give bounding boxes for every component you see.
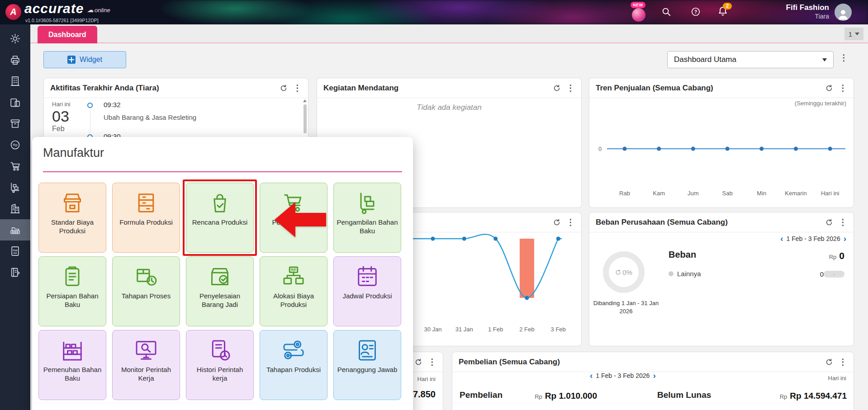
refresh-icon[interactable]	[415, 358, 422, 366]
tile-tahapan-proses[interactable]: Tahapan Proses	[112, 256, 180, 326]
sidebar-item-inventory[interactable]	[0, 113, 30, 134]
market-stall-icon	[60, 189, 85, 217]
brand-suffix: ☁online	[87, 6, 110, 14]
sidebar-item-cash[interactable]: Rp	[0, 134, 30, 156]
metric-amount: 0	[839, 250, 844, 261]
tile-pemenuhan-bahan-baku[interactable]: Pemenuhan Bahan Baku	[38, 330, 106, 400]
kebab-menu-icon[interactable]: ⋮	[839, 218, 847, 226]
kebab-menu-icon[interactable]: ⋮	[428, 358, 436, 366]
sidebar-item-ledger[interactable]	[0, 262, 30, 283]
tile-persiapan-bahan-baku[interactable]: Persiapan Bahan Baku	[38, 256, 106, 326]
kebab-menu-icon[interactable]: ⋮	[566, 218, 575, 226]
refresh-icon[interactable]	[553, 219, 560, 226]
sidebar-item-tax[interactable]: TAX	[0, 240, 30, 262]
dashboard-select[interactable]: Dashboard Utama	[667, 51, 834, 68]
dashboard-options-kebab-icon[interactable]: ⋮	[840, 53, 848, 62]
tile-label: Standar Biaya Produksi	[39, 218, 106, 235]
print-icon	[9, 54, 21, 66]
new-badge: NEW	[631, 2, 645, 8]
logo-letter: A	[10, 7, 16, 17]
sidebar-item-purchase[interactable]	[0, 156, 30, 177]
sidebar-item-devices[interactable]	[0, 92, 30, 113]
tile-tahapan-produksi[interactable]: Tahapan Produksi	[260, 330, 327, 400]
avatar[interactable]	[835, 4, 852, 21]
metric-value: Rp Rp 1.010.000	[507, 391, 597, 401]
scrollbar-thumb[interactable]	[304, 104, 307, 133]
period-range: 1 Feb - 3 Feb 2026	[596, 372, 650, 379]
timeline-dot-icon	[87, 103, 93, 108]
chart-dot	[462, 237, 466, 241]
scroll-up-arrow[interactable]	[303, 99, 307, 102]
notification-bell-icon[interactable]: 2	[717, 6, 728, 17]
period-navigator: ‹ 1 Feb - 3 Feb 2026 ›	[590, 372, 656, 379]
tile-jadwal-produksi[interactable]: Jadwal Produksi	[333, 256, 401, 326]
work-order-cart-icon	[281, 189, 306, 217]
kebab-menu-icon[interactable]: ⋮	[293, 84, 302, 92]
sidebar-item-print[interactable]	[0, 49, 30, 71]
refresh-icon[interactable]	[825, 219, 833, 226]
activity-entry[interactable]: 09:32Ubah Barang & Jasa Resleting	[87, 101, 286, 132]
card-header: Aktifitas Terakhir Anda (Tiara) ⋮	[44, 78, 308, 98]
chevron-right-icon[interactable]: ›	[844, 236, 846, 242]
tile-label: Tahapan Produksi	[264, 365, 323, 374]
kebab-menu-icon[interactable]: ⋮	[839, 84, 847, 92]
tile-pengambilan-bahan-baku[interactable]: Pengambilan Bahan Baku	[333, 183, 401, 253]
activity-date: Hari ini 03 Feb	[52, 101, 81, 133]
tile-label: Histori Perintah kerja	[186, 365, 253, 382]
tile-perintah-kerja[interactable]: Perintah Kerja	[260, 183, 327, 253]
top-bar: A accurate ☁online v1.0.1#3605-587261 [3…	[0, 0, 868, 24]
material-trolley-icon	[355, 189, 380, 217]
ledger-icon	[9, 267, 21, 278]
expense-donut-chart: 0%	[603, 251, 645, 293]
sidebar-item-asset[interactable]	[0, 198, 30, 219]
popup-divider	[43, 171, 402, 172]
legend-value: 0	[820, 270, 824, 278]
accurate-logo-icon[interactable]: A	[5, 4, 21, 20]
refresh-icon[interactable]	[825, 85, 833, 92]
search-icon[interactable]	[661, 7, 671, 17]
chevron-left-icon[interactable]: ‹	[780, 236, 783, 242]
tile-monitor-perintah-kerja[interactable]: Monitor Perintah Kerja	[112, 330, 180, 400]
y-axis-label: 0	[598, 146, 602, 152]
compare-period-text: Dibanding 1 Jan - 31 Jan 2026	[590, 299, 662, 315]
cash-icon: Rp	[9, 139, 21, 151]
refresh-icon[interactable]	[280, 85, 287, 92]
chart-dot	[657, 147, 661, 151]
refresh-icon[interactable]	[825, 358, 833, 366]
sidebar-item-settings[interactable]	[0, 28, 30, 49]
chart-dot	[794, 147, 798, 151]
tile-label: Rencana Produksi	[190, 218, 251, 226]
card-header: Beban Perusahaan (Semua Cabang) ⋮	[589, 212, 854, 232]
tile-alokasi-biaya-produksi[interactable]: RPAlokasi Biaya Produksi	[260, 256, 327, 326]
tile-histori-perintah-kerja[interactable]: Histori Perintah kerja	[186, 330, 254, 400]
company-icon	[9, 75, 21, 87]
kebab-menu-icon[interactable]: ⋮	[566, 84, 575, 92]
tile-formula-produksi[interactable]: Formula Produksi	[112, 183, 180, 253]
kebab-menu-icon[interactable]: ⋮	[839, 358, 847, 366]
user-menu[interactable]: Fifi Fashion Tiara	[786, 3, 829, 20]
sidebar-item-manufacture[interactable]	[0, 219, 30, 240]
help-icon[interactable]: ?	[691, 7, 701, 17]
promo-avatar-icon	[632, 8, 645, 22]
cloud-icon: ☁	[87, 6, 94, 14]
currency-prefix: Rp	[780, 393, 787, 400]
refresh-icon[interactable]	[553, 85, 560, 92]
chevron-right-icon[interactable]: ›	[653, 372, 655, 379]
tab-dashboard[interactable]: Dashboard	[38, 26, 97, 43]
tile-standar-biaya-produksi[interactable]: Standar Biaya Produksi	[38, 183, 106, 253]
legend-item[interactable]: Lainnya	[669, 270, 701, 278]
metric-amount: 7.850	[413, 389, 436, 400]
tile-rencana-produksi[interactable]: Rencana Produksi	[186, 183, 254, 253]
tile-penanggung-jawab[interactable]: Penanggung Jawab	[333, 330, 401, 400]
promo-button[interactable]: NEW	[630, 2, 648, 24]
monitor-search-icon	[133, 336, 159, 364]
add-widget-button[interactable]: Widget	[43, 51, 126, 68]
sidebar-item-company[interactable]	[0, 71, 30, 92]
chevron-left-icon[interactable]: ‹	[590, 372, 593, 379]
brand-suffix-label: online	[95, 7, 110, 14]
card-title: Kegiatan Mendatang	[323, 84, 553, 93]
x-axis-label: Kam	[653, 190, 665, 197]
tile-penyelesaian-barang-jadi[interactable]: Penyelesaian Barang Jadi	[186, 256, 254, 326]
sidebar-item-sales-delivery[interactable]	[0, 177, 30, 198]
tab-counter[interactable]: 1	[844, 28, 863, 40]
